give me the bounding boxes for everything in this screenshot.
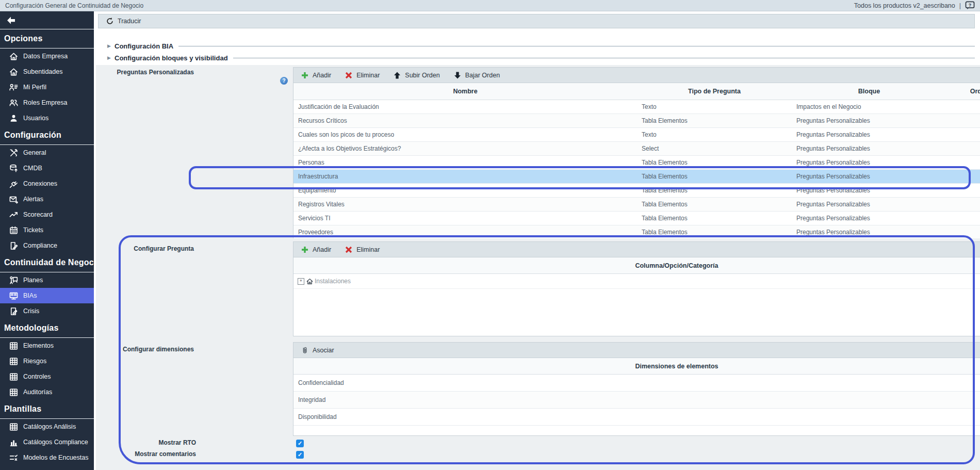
chevron-right-icon: ▶	[107, 43, 111, 48]
cell-bloque: Preguntas Personalizables	[792, 145, 946, 152]
cell-nombre: Infraestructura	[293, 173, 637, 180]
user-icon	[9, 114, 19, 123]
dimension-row-integridad[interactable]: Integridad	[293, 392, 980, 409]
associate-button[interactable]: Asociar	[298, 345, 337, 355]
cell-tipo: Select	[637, 145, 792, 152]
table-row-afecta-a-los-objetivos-estrategicos[interactable]: ¿Afecta a los Objetivos Estratégicos?Sel…	[293, 142, 980, 156]
sidebar-item-auditorias[interactable]: Auditorías	[0, 384, 94, 400]
sidebar-section-continuidad-de-negocio: Continuidad de Negocio	[0, 253, 94, 272]
table-row-equipamiento[interactable]: EquipamientoTabla ElementosPreguntas Per…	[293, 184, 980, 198]
sidebar-item-label: Planes	[23, 277, 43, 284]
sidebar-item-planes[interactable]: Planes	[0, 272, 94, 288]
add-button[interactable]: Añadir	[298, 70, 334, 80]
calendar-icon	[9, 225, 19, 235]
show-comments-checkbox[interactable]: ✓	[296, 451, 304, 459]
document-pencil-icon	[9, 241, 19, 251]
cell-dimension: Confidencialidad	[293, 379, 980, 386]
sidebar-item-riesgos[interactable]: Riesgos	[0, 353, 94, 369]
sidebar-item-label: CMDB	[23, 165, 42, 172]
cell-dimension: Integridad	[293, 396, 980, 403]
translate-button[interactable]: Traducir	[103, 16, 144, 26]
sidebar-item-bias[interactable]: BIAs	[0, 288, 94, 303]
cell-bloque: Preguntas Personalizables	[792, 187, 946, 194]
delete-button[interactable]: Eliminar	[341, 70, 383, 80]
section-configuracion-bia[interactable]: ▶ Configuración BIA	[115, 40, 975, 52]
sidebar-item-alertas[interactable]: Alertas	[0, 191, 94, 207]
table-row-personas[interactable]: PersonasTabla ElementosPreguntas Persona…	[293, 156, 980, 170]
sidebar-item-crisis[interactable]: Crisis	[0, 303, 94, 319]
help-icon[interactable]: ?	[280, 77, 288, 85]
move-up-button[interactable]: Subir Orden	[390, 70, 443, 80]
sidebar-item-general[interactable]: General	[0, 145, 94, 160]
sidebar-item-label: Controles	[23, 373, 51, 380]
table-grid-icon	[9, 372, 19, 382]
cell-tipo: Tabla Elementos	[637, 229, 792, 236]
sidebar-item-elementos[interactable]: Elementos	[0, 338, 94, 353]
column-header-bloque: Bloque	[792, 88, 946, 95]
sidebar-item-label: General	[23, 149, 46, 156]
translate-toolbar: Traducir	[98, 14, 975, 28]
section-configuracion-bloques[interactable]: ▶ Configuración bloques y visibilidad	[115, 52, 975, 63]
sidebar-item-compliance[interactable]: Compliance	[0, 238, 94, 253]
column-header-categoria: Columna/Opción/Categoría	[293, 262, 980, 269]
column-header-dimensiones: Dimensiones de elementos	[293, 363, 980, 370]
x-icon	[345, 246, 353, 254]
cell-orden: 9	[946, 229, 980, 236]
cell-tipo: Tabla Elementos	[637, 201, 792, 208]
sidebar-item-catalogos-analisis[interactable]: Catálogos Análisis	[0, 419, 94, 434]
plug-icon	[9, 179, 19, 189]
cell-orden: 4	[946, 159, 980, 166]
sidebar-item-label: Usuarios	[23, 115, 48, 122]
tree-item-instalaciones[interactable]: + Instalaciones	[293, 274, 980, 289]
table-row-cuales-son-los-picos-de-tu-proceso[interactable]: Cuales son los picos de tu procesoTextoP…	[293, 128, 980, 142]
questions-table-body: Justificación de la EvaluaciónTextoImpac…	[293, 100, 980, 238]
table-row-servicios-ti[interactable]: Servicios TITabla ElementosPreguntas Per…	[293, 212, 980, 225]
sidebar-item-label: Catálogos Análisis	[23, 423, 76, 430]
add-button[interactable]: Añadir	[298, 245, 334, 255]
table-row-registros-vitales[interactable]: Registros VitalesTabla ElementosPregunta…	[293, 198, 980, 212]
table-row-proveedores[interactable]: ProveedoresTabla ElementosPreguntas Pers…	[293, 225, 980, 238]
sidebar-item-scorecard[interactable]: Scorecard	[0, 207, 94, 222]
sidebar: OpcionesDatos EmpresaSubentidadesMi Perf…	[0, 11, 94, 470]
sidebar-item-usuarios[interactable]: Usuarios	[0, 110, 94, 126]
questions-table-header: Nombre Tipo de Pregunta Bloque Orden (po…	[293, 83, 980, 100]
sidebar-item-cmdb[interactable]: CMDB	[0, 160, 94, 176]
expand-plus-icon[interactable]: +	[298, 278, 304, 285]
cell-bloque: Preguntas Personalizables	[792, 159, 946, 166]
dimension-row-confidencialidad[interactable]: Confidencialidad	[293, 375, 980, 392]
table-row-recursos-criticos[interactable]: Recursos CríticosTabla ElementosPregunta…	[293, 114, 980, 128]
sidebar-item-datos-empresa[interactable]: Datos Empresa	[0, 48, 94, 64]
database-upload-icon	[9, 164, 19, 173]
sidebar-item-modelos-de-encuestas[interactable]: Modelos de Encuestas	[0, 450, 94, 465]
sidebar-section-proyectos: Proyectos	[0, 465, 94, 470]
sidebar-item-label: Crisis	[23, 307, 39, 315]
sidebar-item-catalogos-compliance[interactable]: Catálogos Compliance	[0, 434, 94, 450]
sidebar-item-roles-empresa[interactable]: Roles Empresa	[0, 95, 94, 110]
sidebar-item-tickets[interactable]: Tickets	[0, 222, 94, 238]
svg-text:?: ?	[969, 3, 971, 8]
back-button[interactable]	[0, 11, 94, 29]
help-bubble-icon[interactable]: ?	[965, 1, 975, 10]
sidebar-item-controles[interactable]: Controles	[0, 369, 94, 384]
sidebar-item-conexiones[interactable]: Conexiones	[0, 176, 94, 191]
dimension-row-disponibilidad[interactable]: Disponibilidad	[293, 409, 980, 426]
trend-chart-icon	[9, 210, 19, 220]
show-rto-checkbox[interactable]: ✓	[296, 440, 304, 447]
cell-tipo: Texto	[637, 131, 792, 138]
sidebar-item-mi-perfil[interactable]: Mi Perfil	[0, 79, 94, 95]
sidebar-item-subentidades[interactable]: Subentidades	[0, 64, 94, 79]
cell-bloque: Preguntas Personalizables	[792, 215, 946, 222]
sidebar-section-configuracion: Configuración	[0, 126, 94, 145]
cell-nombre: Cuales son los picos de tu proceso	[293, 131, 637, 138]
sidebar-item-label: Scorecard	[23, 211, 53, 218]
configure-dimensions-header: Dimensiones de elementos	[293, 358, 980, 375]
table-row-justificacion-de-la-evaluacion[interactable]: Justificación de la EvaluaciónTextoImpac…	[293, 100, 980, 114]
move-down-button[interactable]: Bajar Orden	[450, 70, 503, 80]
table-row-infraestructura[interactable]: InfraestructuraTabla ElementosPreguntas …	[293, 170, 980, 184]
delete-button[interactable]: Eliminar	[341, 245, 383, 255]
cell-orden: 1	[946, 117, 980, 124]
sidebar-item-label: Subentidades	[23, 68, 62, 75]
configure-dimensions-panel: Asociar Dimensiones de elementos Confide…	[293, 342, 980, 436]
cell-tipo: Tabla Elementos	[637, 187, 792, 194]
sidebar-item-label: Mi Perfil	[23, 84, 46, 91]
